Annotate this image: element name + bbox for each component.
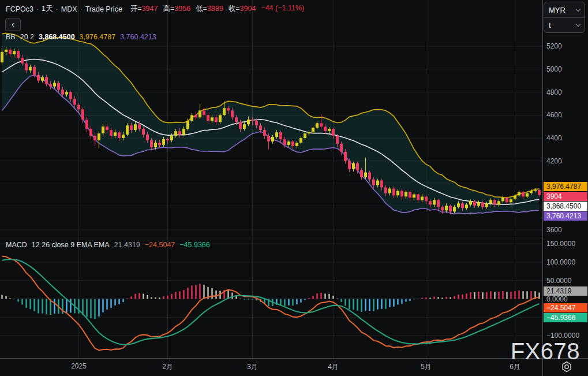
back-button[interactable]: ‹ [5,18,21,31]
bb-indicator-legend[interactable]: BB 20 2 3,868.4500 3,976.4787 3,760.4213 [6,33,156,41]
axis-tick-label: 100.0000 [546,258,575,266]
fx678-watermark: FX678 [511,340,580,363]
axis-tick-label: 4400 [546,134,562,142]
unit-dropdown-group: MYR t [544,2,585,33]
exchange-label: MDX [61,5,77,13]
fx678-logo-icon [560,360,573,373]
trading-chart-app: FCPOc3 · 1天 · MDX · Trade Price 开=3947 高… [0,0,588,376]
macd-indicator-legend[interactable]: MACD 12 26 close 9 EMA EMA 21.4319 −24.5… [6,241,210,249]
symbol-header[interactable]: FCPOc3 · 1天 · MDX · Trade Price 开=3947 高… [6,4,304,14]
high-value: 高=3956 [163,4,190,14]
chart-canvas[interactable] [0,0,588,376]
price-badge: −24.5047 [544,303,587,312]
month-label: 2025 [71,362,87,370]
axis-tick-label: 50.0000 [546,277,571,285]
price-badge: 3,976.4787 [544,182,587,191]
change-value: −44 (−1.11%) [261,4,304,14]
interval-label: 1天 [42,4,53,14]
bb-basis-value: 3,868.4500 [39,33,75,41]
axis-tick-label: 4200 [546,157,562,165]
separator-dot: · [80,5,83,13]
open-value: 开=3947 [130,4,158,14]
ohlc-values: 开=3947 高=3956 低=3889 收=3904 −44 (−1.11%) [130,4,304,14]
month-label: 5月 [421,362,432,372]
price-badge: 3,868.4500 [544,202,587,211]
bb-name: BB [6,33,16,41]
axis-tick-label: 5200 [546,42,562,50]
price-badge: −45.9366 [544,313,587,322]
chevron-down-icon [576,6,580,11]
series-type-label: Trade Price [85,5,122,13]
month-label: 4月 [328,362,339,372]
symbol-name: FCPOc3 [6,5,33,13]
bb-lower-value: 3,760.4213 [120,33,156,41]
month-label: 3月 [247,362,258,372]
currency-value: MYR [549,6,565,14]
price-badge: 21.4319 [544,286,587,296]
macd-signal-value: −45.9366 [179,241,209,249]
chevron-down-icon [576,22,580,27]
axis-tick-label: 4800 [546,88,562,96]
axis-tick-label: 4600 [546,111,562,119]
axis-tick-label: 5000 [546,65,562,73]
currency-dropdown[interactable]: MYR [544,2,585,17]
price-badge: 3904 [544,192,587,201]
macd-hist-value: 21.4319 [114,241,140,249]
axis-tick-label: 3600 [546,226,562,234]
separator-dot: · [56,5,58,13]
low-value: 低=3889 [196,4,223,14]
unit-value: t [549,21,551,29]
macd-params: 12 26 close 9 EMA EMA [32,241,110,249]
bb-upper-value: 3,976.4787 [80,33,116,41]
time-axis[interactable]: 20252月3月4月5月6月 [0,358,588,376]
separator-dot: · [36,5,39,13]
axis-tick-label: 0.0000 [546,295,568,303]
macd-name: MACD [6,241,27,249]
price-badge: 3,760.4213 [544,211,587,221]
chevron-left-icon: ‹ [12,19,14,29]
month-label: 2月 [162,362,173,372]
unit-dropdown[interactable]: t [544,17,585,32]
axis-tick-label: 150.0000 [546,240,575,248]
bb-params: 20 2 [20,33,34,41]
close-value: 收=3904 [229,4,256,14]
macd-line-value: −24.5047 [145,241,175,249]
